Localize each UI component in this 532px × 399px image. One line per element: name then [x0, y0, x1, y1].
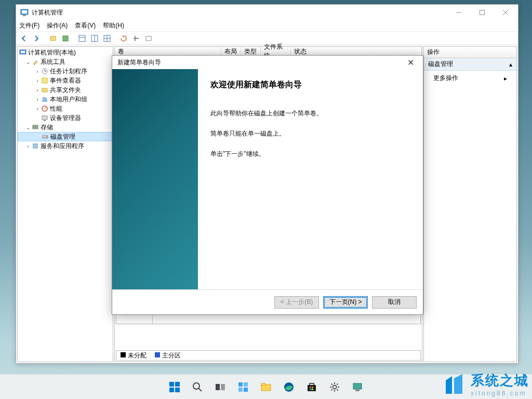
actions-section[interactable]: 磁盘管理 ▴	[424, 58, 516, 71]
svg-line-72	[337, 389, 338, 390]
svg-rect-25	[42, 88, 47, 92]
view-button-1[interactable]	[76, 33, 88, 44]
svg-rect-56	[244, 388, 248, 392]
tree-storage[interactable]: 存储	[41, 123, 53, 132]
minimize-button[interactable]	[447, 5, 470, 20]
svg-rect-62	[310, 387, 311, 388]
wizard-text-3: 单击"下一步"继续。	[210, 150, 414, 158]
menu-action[interactable]: 操作(A)	[47, 21, 68, 30]
widgets-button[interactable]	[233, 377, 254, 397]
expander-icon[interactable]: ⌄	[25, 59, 31, 65]
legend-primary-swatch	[155, 352, 160, 357]
svg-rect-55	[238, 388, 243, 392]
tree-performance[interactable]: 性能	[50, 104, 62, 113]
chevron-right-icon: ▸	[504, 75, 507, 82]
back-button[interactable]	[18, 33, 30, 44]
clock-icon	[41, 67, 49, 75]
watermark-title: 系统之城	[471, 371, 529, 390]
tree-shared-folders[interactable]: 共享文件夹	[50, 86, 81, 95]
properties-button[interactable]	[60, 33, 71, 44]
svg-rect-63	[312, 387, 313, 388]
tree-task-scheduler[interactable]: 任务计划程序	[50, 67, 87, 76]
explorer-button[interactable]	[256, 377, 276, 397]
svg-point-66	[333, 385, 337, 389]
window-title: 计算机管理	[32, 8, 63, 17]
titlebar[interactable]: 计算机管理	[16, 5, 518, 20]
next-button[interactable]: 下一页(N) >	[323, 296, 368, 309]
task-view-button[interactable]	[210, 377, 231, 397]
settings-button[interactable]	[324, 377, 345, 397]
close-button[interactable]	[494, 5, 517, 20]
tree-local-users[interactable]: 本地用户和组	[50, 95, 87, 104]
svg-rect-34	[33, 127, 38, 129]
cancel-button[interactable]: 取消	[372, 296, 417, 309]
actions-more[interactable]: 更多操作 ▸	[424, 71, 516, 86]
expander-icon[interactable]: ⌄	[25, 125, 31, 130]
storage-icon	[31, 123, 39, 131]
expander-icon[interactable]: ›	[25, 143, 31, 149]
tree-systools[interactable]: 系统工具	[41, 58, 65, 66]
wizard-button-row: < 上一步(B) 下一页(N) > 取消	[112, 289, 423, 314]
watermark-url: xitong86.com	[471, 390, 529, 397]
svg-rect-8	[63, 36, 68, 41]
svg-rect-76	[355, 390, 360, 391]
svg-rect-54	[244, 382, 248, 387]
wizard-close-button[interactable]: ✕	[403, 58, 418, 68]
svg-rect-17	[135, 36, 136, 41]
svg-point-36	[46, 137, 47, 138]
expander-icon[interactable]: ›	[34, 106, 41, 112]
expander-icon[interactable]: ›	[34, 87, 41, 93]
back-button: < 上一步(B)	[274, 296, 319, 309]
settings-button[interactable]	[130, 33, 142, 44]
svg-rect-47	[169, 388, 174, 392]
svg-line-30	[45, 107, 46, 109]
svg-rect-31	[42, 116, 47, 119]
tree-pane[interactable]: 计算机管理(本地) ⌄系统工具 ›任务计划程序 ›事件查看器 ›共享文件夹 ›本…	[17, 46, 113, 362]
svg-line-74	[337, 383, 338, 384]
wizard-titlebar[interactable]: 新建简单卷向导 ✕	[112, 56, 423, 69]
up-button[interactable]	[47, 33, 59, 44]
watermark-logo-icon	[442, 373, 467, 396]
wizard-title: 新建简单卷向导	[117, 58, 161, 67]
svg-point-27	[45, 98, 47, 100]
wizard-text-2: 简单卷只能在单一磁盘上。	[210, 129, 414, 138]
expander-icon[interactable]: ›	[34, 97, 41, 102]
tree-services-apps[interactable]: 服务和应用程序	[41, 142, 84, 151]
menu-view[interactable]: 查看(V)	[75, 21, 96, 30]
folder-icon	[41, 86, 49, 94]
menu-file[interactable]: 文件(F)	[19, 21, 39, 30]
search-button[interactable]	[187, 377, 208, 397]
view-button-3[interactable]	[101, 33, 113, 44]
store-button[interactable]	[301, 377, 322, 397]
maximize-button[interactable]	[470, 5, 494, 20]
svg-rect-51	[216, 384, 220, 390]
svg-rect-52	[221, 384, 225, 390]
tree-disk-mgmt[interactable]: 磁盘管理	[50, 132, 75, 141]
app-button[interactable]	[347, 377, 368, 397]
svg-rect-4	[480, 10, 484, 15]
forward-button[interactable]	[31, 33, 42, 44]
expander-icon[interactable]: ›	[34, 69, 41, 74]
tree-root[interactable]: 计算机管理(本地)	[28, 48, 76, 57]
svg-rect-46	[175, 382, 180, 387]
help-button[interactable]	[143, 33, 154, 44]
expander-icon[interactable]: ›	[34, 78, 41, 84]
svg-line-71	[331, 383, 332, 384]
tree-device-manager[interactable]: 设备管理器	[50, 114, 81, 123]
start-button[interactable]	[164, 377, 185, 397]
app-icon	[20, 8, 29, 17]
view-button-2[interactable]	[89, 33, 100, 44]
menu-help[interactable]: 帮助(H)	[103, 21, 124, 30]
refresh-button[interactable]	[118, 33, 129, 44]
edge-button[interactable]	[278, 377, 299, 397]
svg-rect-18	[146, 36, 151, 41]
svg-rect-75	[353, 383, 362, 389]
tree-event-viewer[interactable]: 事件查看器	[50, 76, 81, 85]
svg-rect-16	[134, 38, 139, 39]
svg-rect-9	[79, 35, 85, 42]
svg-line-73	[331, 389, 332, 390]
legend-unallocated-swatch	[121, 352, 126, 357]
collapse-icon[interactable]: ▴	[509, 61, 512, 68]
menubar: 文件(F) 操作(A) 查看(V) 帮助(H)	[16, 20, 518, 32]
svg-rect-58	[261, 383, 265, 385]
